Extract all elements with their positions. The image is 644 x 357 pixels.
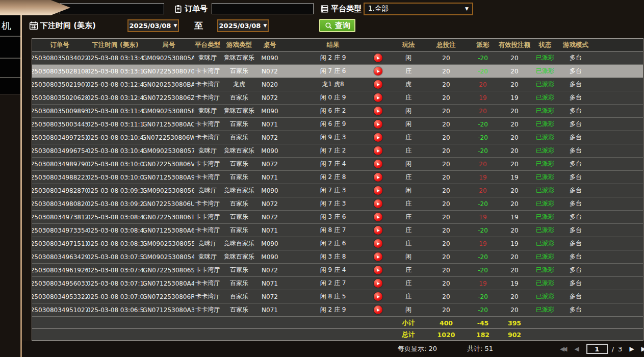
table-row[interactable]: 2503080350206282025-03-08 03:12:43GN0722… [32, 91, 643, 105]
play-video-icon[interactable] [364, 277, 392, 290]
cell-valid_bet: 19 [498, 277, 531, 290]
cell-time: 2025-03-08 03:06:56 [87, 303, 143, 316]
play-video-icon[interactable] [364, 158, 392, 170]
cell-mode: 多台 [559, 184, 592, 197]
table-row[interactable]: 2503080350340222025-03-08 03:13:44GM0902… [32, 52, 643, 65]
prev-page-button[interactable]: ◀ [574, 346, 579, 352]
cell-result: 闲 7 庄 2 [302, 144, 364, 157]
table-row[interactable]: 2503080349715112025-03-08 03:08:37GM0902… [32, 237, 643, 250]
table-row[interactable]: 2503080349634292025-03-08 03:07:57GM0902… [32, 250, 643, 264]
subtotal-total_bet: 400 [425, 317, 468, 328]
subtotal-game_type [221, 317, 257, 328]
play-video-icon[interactable] [364, 91, 392, 104]
next-page-button[interactable]: ▶ [629, 346, 634, 352]
play-video-icon[interactable] [364, 211, 392, 223]
row-trailing-space [592, 171, 643, 184]
cell-playtype: 庄 [392, 144, 425, 157]
play-video-icon[interactable] [364, 184, 392, 197]
cell-gap [282, 91, 302, 104]
cell-game_type: 龙虎 [221, 78, 257, 91]
order-no-input[interactable] [212, 3, 314, 14]
cell-game_no: GM09025308055 [143, 237, 194, 250]
row-trailing-space [592, 277, 643, 290]
play-video-icon[interactable] [364, 171, 392, 184]
table-row[interactable]: 2503080350281082025-03-08 03:13:17GN0722… [32, 65, 643, 78]
platform-type-select[interactable]: 1.全部 ▼ [364, 3, 473, 15]
play-video-icon[interactable] [364, 250, 392, 263]
cell-mode: 多台 [559, 224, 592, 237]
play-video-icon[interactable] [364, 264, 392, 276]
cell-playtype: 闲 [392, 250, 425, 263]
play-video-icon[interactable] [364, 224, 392, 237]
cell-gap [282, 118, 302, 131]
cell-mode: 多台 [559, 264, 592, 276]
table-row[interactable]: 2503080349972512025-03-08 03:10:49GN0722… [32, 131, 643, 144]
sidebar-item[interactable] [0, 58, 20, 78]
sidebar-item[interactable] [0, 78, 20, 94]
table-row[interactable]: 2503080349738122025-03-08 03:08:49GN0722… [32, 211, 643, 224]
play-video-icon[interactable] [364, 303, 392, 316]
cell-game_type: 竞咪百家乐 [221, 250, 257, 263]
cell-total_bet: 20 [425, 290, 468, 303]
cell-gap [282, 78, 302, 91]
play-video-icon[interactable] [364, 131, 392, 144]
col-header-game_type: 游戏类型 [221, 39, 257, 51]
play-video-icon[interactable] [364, 65, 392, 78]
table-row[interactable]: 2503080349808202025-03-08 03:09:25GN0722… [32, 197, 643, 211]
cell-order: 250308035003445 [32, 118, 87, 131]
cell-game_no: GN071253080A4 [143, 277, 194, 290]
subtotal-order [32, 317, 87, 328]
table-row[interactable]: 2503080349733542025-03-08 03:08:47GN0712… [32, 224, 643, 237]
play-video-icon[interactable] [364, 118, 392, 131]
table-row[interactable]: 2503080349828702025-03-08 03:09:34GM0902… [32, 184, 643, 197]
table-row[interactable]: 2503080349882232025-03-08 03:10:02GN0712… [32, 171, 643, 184]
cell-total_bet: 20 [425, 78, 468, 91]
cell-total_bet: 20 [425, 131, 468, 144]
cell-order: 250308034989790 [32, 158, 87, 170]
cell-table_no: N072 [257, 197, 282, 210]
cell-time: 2025-03-08 03:08:49 [87, 211, 143, 223]
col-header-order: 订单号 [32, 39, 87, 51]
cell-mode: 多台 [559, 52, 592, 64]
first-page-button[interactable]: ◀◀ [560, 346, 567, 352]
cell-game_no: GM09025308058 [143, 105, 194, 117]
play-video-icon[interactable] [364, 237, 392, 250]
play-video-icon[interactable] [364, 105, 392, 117]
cell-game_type: 百家乐 [221, 65, 257, 78]
table-row[interactable]: 2503080349897902025-03-08 03:10:09GN0722… [32, 158, 643, 171]
cell-time: 2025-03-08 03:10:09 [87, 158, 143, 170]
cell-gap [282, 277, 302, 290]
sidebar-item-partial[interactable]: 机 [0, 15, 20, 36]
cell-result: 闲 2 庄 9 [302, 52, 364, 64]
table-row[interactable]: 2503080350034452025-03-08 03:11:18GN0712… [32, 118, 643, 131]
cell-result: 闲 2 庄 6 [302, 237, 364, 250]
sidebar-item[interactable] [0, 36, 20, 58]
table-row[interactable]: 2503080349510272025-03-08 03:06:56GN0712… [32, 303, 643, 317]
cell-playtype: 闲 [392, 52, 425, 64]
cell-playtype: 闲 [392, 158, 425, 170]
cell-payout: -20 [468, 118, 498, 131]
date-to-picker[interactable]: 2025/03/08 ▼ [217, 19, 269, 32]
query-button[interactable]: 查询 [319, 19, 355, 32]
play-video-icon[interactable] [364, 52, 392, 64]
grand-total-platform [194, 329, 221, 340]
table-row[interactable]: 2503080349533222025-03-08 03:07:04GN0722… [32, 290, 643, 303]
table-row[interactable]: 2503080349560332025-03-08 03:07:18GN0712… [32, 277, 643, 290]
play-video-icon[interactable] [364, 144, 392, 157]
table-row[interactable]: 2503080349967542025-03-08 03:10:46GM0902… [32, 144, 643, 158]
table-row[interactable]: 2503080350219072025-03-08 03:12:48GN0202… [32, 78, 643, 91]
last-page-button[interactable]: ▶▶ [641, 346, 644, 352]
play-video-icon[interactable] [364, 197, 392, 210]
table-row[interactable]: 2503080350098952025-03-08 03:11:47GM0902… [32, 105, 643, 118]
cell-result: 闲 2 庄 8 [302, 171, 364, 184]
game-no-input[interactable] [60, 3, 164, 14]
date-from-picker[interactable]: 2025/03/08 ▼ [127, 19, 179, 32]
cell-order: 250308034973354 [32, 224, 87, 237]
subtotal-play [364, 317, 392, 328]
play-video-icon[interactable] [364, 290, 392, 303]
table-row[interactable]: 2503080349619262025-03-08 03:07:46GN0722… [32, 264, 643, 277]
play-video-icon[interactable] [364, 78, 392, 91]
cell-valid_bet: 20 [498, 290, 531, 303]
page-number-input[interactable] [586, 344, 608, 354]
cell-table_no: N071 [257, 171, 282, 184]
